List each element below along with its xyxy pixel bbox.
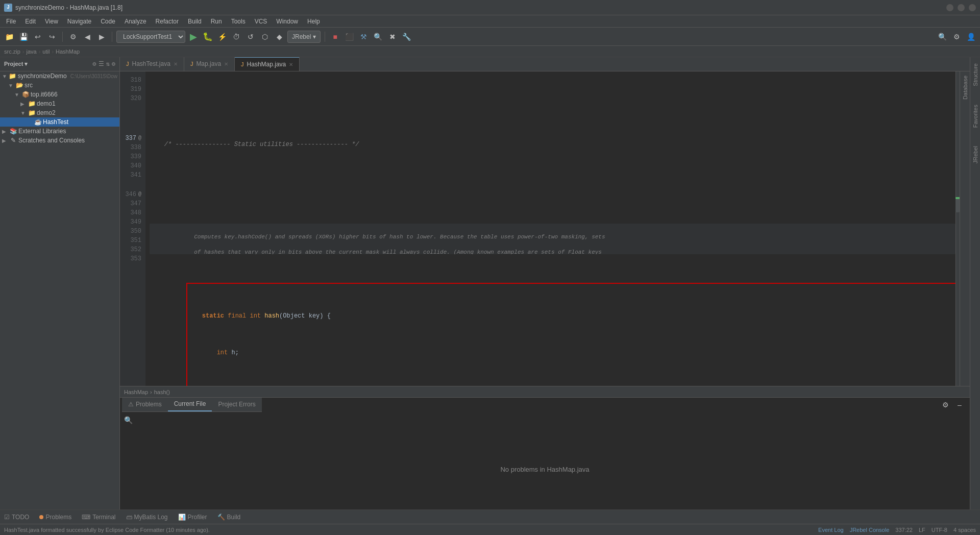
menu-window[interactable]: Window	[272, 17, 302, 26]
sidebar-header: Project ▾ ⚙ ☰ ⇅ ⚙	[0, 57, 119, 71]
breadcrumb-hashmap[interactable]: HashMap	[56, 48, 80, 55]
sidebar-item-hashtest[interactable]: ☕ HashTest	[0, 117, 119, 127]
bottom-tool-profiler[interactable]: 📊 Profiler	[176, 513, 209, 522]
toolbar-search-btn[interactable]: 🔍	[936, 31, 948, 43]
sidebar-item-toppackage[interactable]: ▼ 📦 top.it6666	[0, 90, 119, 99]
breadcrumb-srczip[interactable]: src.zip	[4, 48, 20, 55]
menu-vcs[interactable]: VCS	[251, 17, 272, 26]
bottom-tool-mybatis[interactable]: 🗃 MyBatis Log	[124, 513, 170, 522]
indent-info[interactable]: 4 spaces	[953, 527, 976, 533]
sidebar-item-src[interactable]: ▼ 📂 src	[0, 81, 119, 90]
menu-tools[interactable]: Tools	[227, 17, 250, 26]
toolbar-clean-btn[interactable]: ✖	[386, 31, 399, 43]
line-ending[interactable]: LF	[919, 527, 925, 533]
toolbar-tools-btn[interactable]: 🔧	[401, 31, 413, 43]
sidebar-icon-settings[interactable]: ⚙	[112, 60, 115, 68]
database-icon[interactable]: Database	[961, 74, 969, 102]
debug-btn[interactable]: 🐛	[202, 31, 214, 43]
menu-code[interactable]: Code	[96, 17, 119, 26]
sidebar-icon-sort[interactable]: ⇅	[106, 60, 110, 68]
breadcrumb-java[interactable]: java	[26, 48, 36, 55]
tab-hashtest[interactable]: J HashTest.java ✕	[120, 57, 184, 71]
toolbar-save-btn[interactable]: 💾	[17, 31, 30, 43]
toolbar-stop2-btn[interactable]: ⬛	[344, 31, 356, 43]
tree-arrow-icon: ▶	[2, 129, 8, 134]
problems-settings-btn[interactable]: ⚙	[939, 399, 951, 411]
bottom-tool-build[interactable]: 🔨 Build	[215, 513, 243, 522]
maximize-button[interactable]	[958, 4, 965, 11]
toolbar-reload-btn[interactable]: ↺	[244, 31, 257, 43]
tab-current-file[interactable]: Current File	[168, 397, 212, 411]
menu-analyze[interactable]: Analyze	[120, 17, 151, 26]
menu-build[interactable]: Build	[184, 17, 206, 26]
toolbar-nav-btn[interactable]: ⬡	[259, 31, 271, 43]
toolbar-nav2-btn[interactable]: ◆	[273, 31, 285, 43]
bottom-tool-problems[interactable]: Problems	[37, 513, 74, 522]
toolbar-profile-btn[interactable]: ⏱	[230, 31, 242, 43]
sidebar-icon-cog[interactable]: ⚙	[92, 60, 96, 68]
close-button[interactable]	[969, 4, 976, 11]
bottom-tool-terminal[interactable]: ⌨ Terminal	[80, 513, 117, 522]
problems-dot-icon	[39, 515, 43, 519]
jrebel-label[interactable]: JRebel	[971, 142, 979, 167]
breadcrumb-util[interactable]: util	[42, 48, 50, 55]
jrebel-dropdown[interactable]: JRebel ▾	[287, 31, 321, 43]
toolbar-settings2-btn[interactable]: ⚙	[950, 31, 963, 43]
menu-help[interactable]: Help	[303, 17, 324, 26]
sidebar-title: Project ▾	[4, 61, 28, 67]
toolbar-inspect-btn[interactable]: 🔍	[372, 31, 384, 43]
menu-navigate[interactable]: Navigate	[63, 17, 95, 26]
toolbar-back-btn[interactable]: ◀	[81, 31, 93, 43]
line-num-349: 349	[120, 217, 145, 227]
run-btn[interactable]: ▶	[187, 31, 200, 43]
structure-label[interactable]: Structure	[971, 59, 979, 90]
tab-close-hashmap[interactable]: ✕	[289, 62, 293, 67]
bottom-tool-todo[interactable]: ☑ TODO	[2, 513, 31, 522]
tab-map[interactable]: J Map.java ✕	[184, 57, 235, 71]
scroll-thumb[interactable]	[955, 197, 960, 212]
toolbar-undo-btn[interactable]: ↩	[32, 31, 44, 43]
toolbar-settings-btn[interactable]: ⚙	[67, 31, 79, 43]
sidebar-icon-list[interactable]: ☰	[99, 60, 104, 68]
toolbar-user-btn[interactable]: 👤	[965, 31, 977, 43]
toolbar-redo-btn[interactable]: ↪	[46, 31, 58, 43]
menu-file[interactable]: File	[2, 17, 20, 26]
tree-arrow-icon: ▶	[2, 138, 8, 143]
tree-arrow-icon: ▼	[14, 92, 20, 98]
sidebar-item-synchronizedemo[interactable]: ▼ 📁 synchronizeDemo C:\Users\30315\Dow	[0, 71, 119, 81]
scroll-indicator[interactable]	[955, 71, 960, 386]
charset[interactable]: UTF-8	[932, 527, 947, 533]
error-indicator	[955, 197, 960, 199]
sidebar-item-demo1[interactable]: ▶ 📁 demo1	[0, 99, 119, 108]
event-log-link[interactable]: Event Log	[818, 527, 844, 533]
problems-minimize-btn[interactable]: –	[953, 399, 966, 411]
sidebar-item-demo2[interactable]: ▼ 📁 demo2	[0, 108, 119, 117]
tab-project-errors[interactable]: Project Errors	[212, 397, 261, 411]
right-side-icons: Database	[960, 71, 970, 386]
toolbar-forward-btn[interactable]: ▶	[95, 31, 108, 43]
sidebar-item-scratches[interactable]: ▶ ✎ Scratches and Consoles	[0, 136, 119, 145]
tab-problems[interactable]: ⚠ Problems	[122, 397, 168, 411]
menu-view[interactable]: View	[41, 17, 62, 26]
sidebar-item-external-libs[interactable]: ▶ 📚 External Libraries	[0, 127, 119, 136]
favorites-label[interactable]: Favorites	[971, 101, 979, 132]
toolbar-stop-btn[interactable]: ■	[329, 31, 341, 43]
tab-icon-hashtest: J	[126, 61, 129, 67]
run-config-dropdown[interactable]: LockSupportTest1	[116, 31, 185, 43]
menu-edit[interactable]: Edit	[21, 17, 40, 26]
minimize-button[interactable]	[946, 4, 953, 11]
line-num-javadoc2	[120, 180, 145, 190]
coverage-btn[interactable]: ⚡	[216, 31, 228, 43]
scratches-icon: ✎	[10, 137, 17, 144]
code-area[interactable]: 318 319 320 337 @	[120, 71, 970, 386]
main-content: Project ▾ ⚙ ☰ ⇅ ⚙ ▼ 📁 synchronizeDemo C:…	[0, 57, 980, 509]
toolbar-build-btn[interactable]: ⚒	[358, 31, 370, 43]
menu-refactor[interactable]: Refactor	[152, 17, 183, 26]
menu-run[interactable]: Run	[207, 17, 226, 26]
toolbar-project-btn[interactable]: 📁	[3, 31, 15, 43]
toolbar-sep-3	[325, 32, 325, 42]
jrebel-console-link[interactable]: JRebel Console	[850, 527, 890, 533]
tab-close-hashtest[interactable]: ✕	[174, 61, 178, 67]
tab-close-map[interactable]: ✕	[224, 61, 228, 67]
tab-hashmap[interactable]: J HashMap.java ✕	[235, 57, 300, 71]
